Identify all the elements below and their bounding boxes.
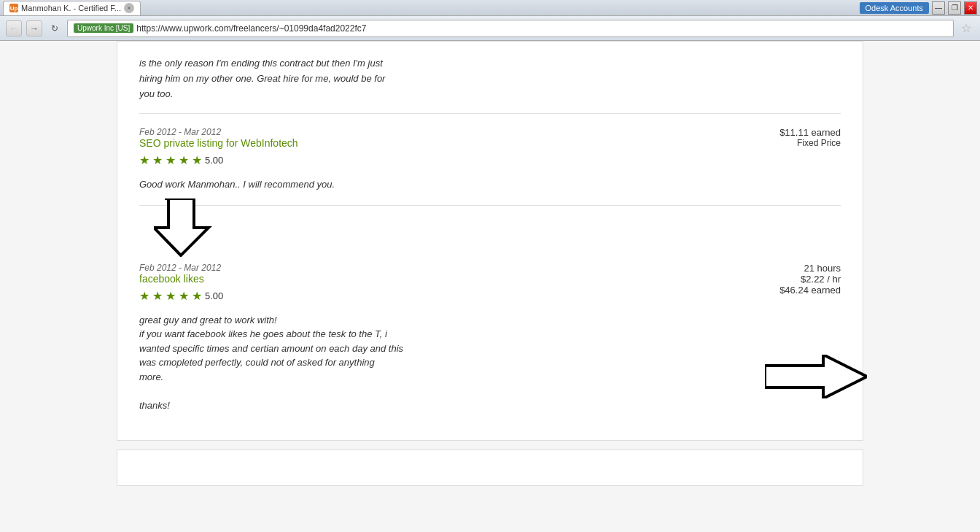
star-score-1: 5.00 [205, 155, 223, 166]
title-bar-right: Odesk Accounts — ❐ ✕ [860, 1, 978, 15]
review-rate-2: $2.22 / hr [779, 274, 841, 285]
down-arrow-annotation [154, 198, 227, 257]
star-score-2: 5.00 [205, 290, 223, 301]
review-header-2: Feb 2012 - Mar 2012 facebook likes ★ ★ ★… [139, 263, 841, 307]
review-amount-2: $46.24 earned [779, 285, 841, 296]
star-2-1: ★ [139, 289, 149, 303]
forward-button[interactable]: → [26, 20, 42, 36]
svg-marker-1 [765, 355, 867, 398]
bottom-card [117, 450, 863, 486]
review-type-1: Fixed Price [779, 138, 841, 148]
url-bar[interactable]: Upwork Inc [US] https://www.upwork.com/f… [67, 20, 954, 37]
page-content: is the only reason I'm ending this contr… [0, 41, 980, 532]
tab-favicon: Up [9, 4, 18, 12]
url-text: https://www.upwork.com/freelancers/~0109… [136, 23, 366, 34]
content-card: is the only reason I'm ending this contr… [117, 41, 863, 441]
review-header-1: Feb 2012 - Mar 2012 SEO private listing … [139, 127, 841, 171]
review-hours-2: 21 hours [779, 263, 841, 274]
content-wrapper: is the only reason I'm ending this contr… [0, 41, 980, 486]
review-date-1: Feb 2012 - Mar 2012 [139, 127, 298, 137]
star-1-3: ★ [166, 153, 176, 167]
review-item-2: Feb 2012 - Mar 2012 facebook likes ★ ★ ★… [139, 250, 841, 426]
minimize-button[interactable]: — [932, 1, 945, 15]
bookmark-button[interactable]: ☆ [958, 20, 974, 36]
star-2-2: ★ [152, 289, 163, 303]
review-item-1: Feb 2012 - Mar 2012 SEO private listing … [139, 114, 841, 206]
review-text-1: Good work Manmohan.. I will recommend yo… [139, 177, 841, 192]
star-2-4: ★ [179, 289, 189, 303]
right-arrow-annotation [765, 355, 867, 398]
address-bar: ← → ↻ Upwork Inc [US] https://www.upwork… [0, 16, 980, 41]
review-text-2: great guy and great to work with! if you… [139, 313, 841, 413]
review-title-1[interactable]: SEO private listing for WebInfotech [139, 137, 298, 149]
star-1-4: ★ [179, 153, 189, 167]
stars-1: ★ ★ ★ ★ ★ 5.00 [139, 153, 298, 167]
tab-title: Manmohan K. - Certified F... [21, 4, 121, 12]
review-amount-1: $11.11 earned [779, 127, 841, 138]
tab-close-button[interactable]: × [124, 3, 134, 13]
star-1-1: ★ [139, 153, 149, 167]
title-bar-left: Up Manmohan K. - Certified F... × [3, 1, 141, 15]
stars-2: ★ ★ ★ ★ ★ 5.00 [139, 289, 223, 303]
url-security-badge: Upwork Inc [US] [74, 23, 133, 33]
review-earnings-2: 21 hours $2.22 / hr $46.24 earned [779, 263, 841, 296]
close-button[interactable]: ✕ [964, 1, 977, 15]
reload-button[interactable]: ↻ [47, 20, 63, 36]
review-earnings-1: $11.11 earned Fixed Price [779, 127, 841, 148]
odesk-accounts-button[interactable]: Odesk Accounts [860, 2, 930, 14]
star-2-3: ★ [166, 289, 176, 303]
star-1-5: ★ [192, 153, 202, 167]
restore-button[interactable]: ❐ [948, 1, 961, 15]
browser-frame: Up Manmohan K. - Certified F... × Odesk … [0, 0, 980, 532]
star-2-5: ★ [192, 289, 202, 303]
svg-marker-0 [154, 198, 209, 255]
back-button[interactable]: ← [6, 20, 22, 36]
intro-text: is the only reason I'm ending this contr… [139, 56, 841, 114]
review-date-2: Feb 2012 - Mar 2012 [139, 263, 223, 273]
browser-tab[interactable]: Up Manmohan K. - Certified F... × [3, 1, 141, 15]
star-1-2: ★ [152, 153, 163, 167]
title-bar: Up Manmohan K. - Certified F... × Odesk … [0, 0, 980, 16]
review-title-2[interactable]: facebook likes [139, 273, 204, 285]
